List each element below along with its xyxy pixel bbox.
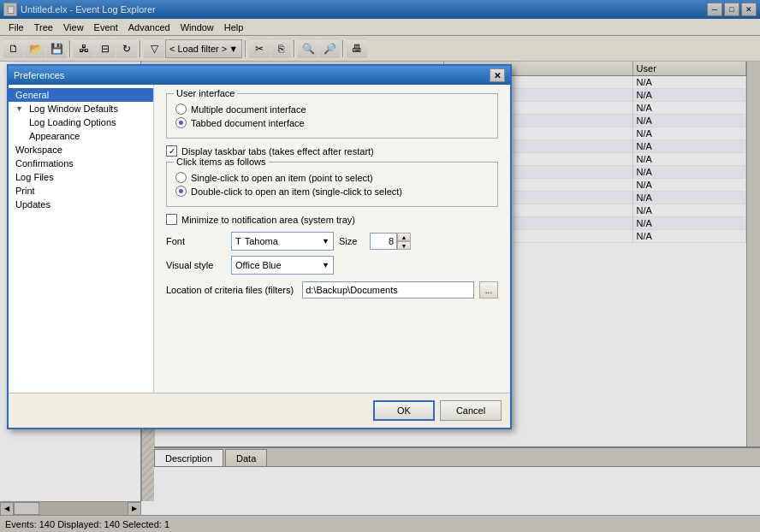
tree-item-updates[interactable]: Updates bbox=[9, 198, 153, 211]
ui-group-title: User interface bbox=[174, 88, 237, 98]
radio-tabbed-row: Tabbed document interface bbox=[175, 117, 489, 128]
size-input[interactable] bbox=[370, 233, 397, 250]
checkbox-minimize[interactable] bbox=[166, 214, 177, 225]
visual-style-arrow-icon[interactable]: ▼ bbox=[322, 261, 330, 269]
tree-item-print-label: Print bbox=[15, 186, 35, 196]
dialog-title: Preferences bbox=[14, 70, 490, 80]
tree-item-appearance[interactable]: Appearance bbox=[9, 129, 153, 143]
dialog-footer: OK Cancel bbox=[9, 393, 510, 428]
radio-mdi-label: Multiple document interface bbox=[191, 104, 306, 115]
visual-style-label: Visual style bbox=[166, 260, 226, 270]
tree-item-log-window-defaults-label: Log Window Defaults bbox=[29, 103, 118, 114]
ok-button[interactable]: OK bbox=[373, 400, 435, 421]
size-spinner-buttons: ▲ ▼ bbox=[397, 233, 411, 250]
dialog-sidebar: General ▼ Log Window Defaults Log Loadin… bbox=[9, 85, 154, 393]
size-up-button[interactable]: ▲ bbox=[397, 233, 411, 241]
dialog-titlebar: Preferences ✕ bbox=[9, 66, 510, 85]
checkbox-taskbar[interactable] bbox=[166, 145, 177, 157]
checkbox-minimize-row: Minimize to notification area (system tr… bbox=[166, 214, 498, 225]
tree-item-log-window-defaults[interactable]: ▼ Log Window Defaults bbox=[9, 102, 153, 115]
tree-item-appearance-label: Appearance bbox=[29, 131, 80, 141]
size-label: Size bbox=[339, 236, 365, 246]
checkbox-taskbar-row: Display taskbar tabs (takes effect after… bbox=[166, 145, 498, 157]
checkbox-minimize-label: Minimize to notification area (system tr… bbox=[181, 215, 355, 225]
click-group-box: Click items as follows Single-click to o… bbox=[166, 162, 498, 207]
tree-item-workspace[interactable]: Workspace bbox=[9, 143, 153, 157]
tree-item-workspace-label: Workspace bbox=[15, 145, 62, 155]
visual-style-row: Visual style Office Blue ▼ bbox=[166, 256, 498, 275]
tree-item-log-loading[interactable]: Log Loading Options bbox=[9, 115, 153, 129]
ui-group-box: User interface Multiple document interfa… bbox=[166, 93, 498, 139]
font-value: Tahoma bbox=[245, 236, 322, 246]
size-down-button[interactable]: ▼ bbox=[397, 241, 411, 250]
tree-item-general-label: General bbox=[15, 90, 49, 100]
radio-single-click-row: Single-click to open an item (point to s… bbox=[175, 172, 489, 183]
tree-item-updates-label: Updates bbox=[15, 199, 50, 210]
preferences-dialog: Preferences ✕ General ▼ Log Window Defau… bbox=[7, 64, 512, 429]
font-label: Font bbox=[166, 236, 226, 246]
visual-style-select[interactable]: Office Blue ▼ bbox=[231, 256, 334, 275]
font-row: Font T Tahoma ▼ Size ▲ ▼ bbox=[166, 232, 498, 251]
size-spinner: ▲ ▼ bbox=[370, 233, 411, 250]
dialog-content: User interface Multiple document interfa… bbox=[154, 85, 510, 393]
location-input[interactable] bbox=[302, 281, 474, 299]
checkbox-taskbar-label: Display taskbar tabs (takes effect after… bbox=[181, 146, 374, 157]
font-arrow-icon[interactable]: ▼ bbox=[322, 237, 330, 245]
font-select[interactable]: T Tahoma ▼ bbox=[231, 232, 334, 251]
dialog-body: General ▼ Log Window Defaults Log Loadin… bbox=[9, 85, 510, 393]
radio-single-click-label: Single-click to open an item (point to s… bbox=[191, 173, 373, 183]
tree-item-general[interactable]: General bbox=[9, 88, 153, 102]
tree-item-confirmations[interactable]: Confirmations bbox=[9, 157, 153, 170]
visual-style-value: Office Blue bbox=[235, 260, 322, 270]
location-row: Location of criteria files (filters) ... bbox=[166, 281, 498, 299]
radio-tabbed-button[interactable] bbox=[175, 117, 187, 128]
radio-mdi-row: Multiple document interface bbox=[175, 103, 489, 115]
tree-item-confirmations-label: Confirmations bbox=[15, 158, 74, 168]
browse-button[interactable]: ... bbox=[479, 281, 498, 299]
location-label: Location of criteria files (filters) bbox=[166, 285, 294, 295]
radio-double-click-button[interactable] bbox=[175, 186, 187, 197]
tree-item-print[interactable]: Print bbox=[9, 184, 153, 198]
radio-double-click-label: Double-click to open an item (single-cli… bbox=[191, 186, 402, 197]
cancel-button[interactable]: Cancel bbox=[440, 400, 502, 421]
click-group-title: Click items as follows bbox=[174, 157, 269, 167]
dialog-close-button[interactable]: ✕ bbox=[490, 68, 505, 82]
tree-item-log-files[interactable]: Log Files bbox=[9, 170, 153, 184]
radio-mdi-button[interactable] bbox=[175, 103, 187, 115]
radio-tabbed-label: Tabbed document interface bbox=[191, 118, 305, 128]
tree-item-log-loading-label: Log Loading Options bbox=[29, 117, 116, 127]
tree-item-log-files-label: Log Files bbox=[15, 172, 54, 182]
radio-double-click-row: Double-click to open an item (single-cli… bbox=[175, 186, 489, 197]
radio-single-click-button[interactable] bbox=[175, 172, 187, 183]
